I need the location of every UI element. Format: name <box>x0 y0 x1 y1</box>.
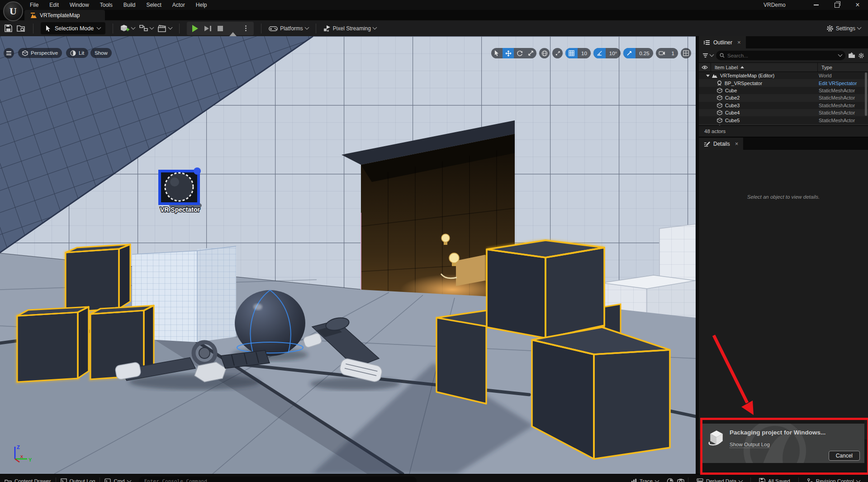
viewport-3d[interactable]: VR Spectator Z Y X Perspective <box>0 36 696 474</box>
cancel-button[interactable]: Cancel <box>829 451 860 461</box>
close-icon[interactable]: × <box>737 39 741 46</box>
vr-spectator-actor[interactable]: VR Spectator <box>160 167 202 213</box>
outliner-search-input[interactable]: Search... <box>716 51 845 60</box>
hamburger-icon <box>6 50 11 56</box>
row-type: World <box>819 73 861 78</box>
platforms-dropdown[interactable]: Platforms <box>269 25 308 32</box>
show-dropdown[interactable]: Show <box>90 48 112 58</box>
insights-button[interactable] <box>667 478 674 482</box>
menu-edit[interactable]: Edit <box>44 0 64 10</box>
outliner-row-cube5[interactable]: Cube5 StaticMeshActor <box>699 116 868 124</box>
type-column-header[interactable]: Type <box>817 63 832 72</box>
outliner-row-cube4[interactable]: Cube4 StaticMeshActor <box>699 109 868 116</box>
outliner-row-cube6-partial[interactable]: Cube6 StaticMeshActor <box>699 124 868 125</box>
move-tool-button[interactable] <box>503 48 514 58</box>
cinematics-dropdown[interactable] <box>158 25 172 32</box>
maximize-viewport-button[interactable] <box>681 48 691 58</box>
revision-control-dropdown[interactable]: Revision Control <box>802 478 864 482</box>
static-mesh-icon <box>717 110 722 115</box>
scale-snap-control[interactable]: 0.25 <box>623 48 653 58</box>
expand-caret-icon[interactable] <box>706 75 710 77</box>
content-drawer-button[interactable]: Content Drawer <box>0 478 56 482</box>
outliner-row-vrtemplatemap[interactable]: VRTemplateMap (Editor) World <box>699 72 868 79</box>
stop-button[interactable] <box>214 22 227 35</box>
trace-icon <box>631 478 637 482</box>
output-log-button[interactable]: Output Log <box>56 478 100 482</box>
rotate-tool-button[interactable] <box>514 48 525 58</box>
console-command-input[interactable]: Enter Console Command <box>139 477 417 482</box>
close-icon[interactable]: × <box>735 140 739 147</box>
sort-ascending-icon <box>740 66 744 68</box>
status-bar: Content Drawer Output Log Cmd Enter Cons… <box>0 474 868 482</box>
chevron-down-icon <box>372 25 377 30</box>
menu-build[interactable]: Build <box>118 0 141 10</box>
scale-tool-button[interactable] <box>525 48 536 58</box>
skip-icon <box>204 26 209 31</box>
angle-snap-value: 10° <box>606 51 621 56</box>
actor-count: 48 actors <box>704 129 726 134</box>
blueprints-dropdown[interactable] <box>139 25 153 32</box>
show-output-log-link[interactable]: Show Output Log <box>730 442 770 448</box>
screenshot-button[interactable] <box>677 478 684 482</box>
menu-actor[interactable]: Actor <box>167 0 190 10</box>
menu-tools[interactable]: Tools <box>95 0 118 10</box>
lit-dropdown[interactable]: Lit <box>66 48 88 58</box>
toolbar-divider <box>113 24 113 33</box>
viewport-options-button[interactable] <box>4 48 14 58</box>
all-saved-indicator[interactable]: All Saved <box>754 478 795 482</box>
tab-outliner[interactable]: Outliner × <box>699 36 746 48</box>
maximize-button[interactable] <box>826 0 847 10</box>
play-options-button[interactable] <box>239 22 252 35</box>
pixel-streaming-dropdown[interactable]: Pixel Streaming <box>323 25 376 32</box>
right-dock-panel: Outliner × Search... <box>699 36 868 474</box>
details-empty-message: Select an object to view details. <box>747 194 820 200</box>
eject-button[interactable] <box>227 22 239 35</box>
content-browser-button[interactable] <box>17 24 26 32</box>
outliner-settings-button[interactable] <box>858 52 864 59</box>
row-label: Cube5 <box>725 118 740 123</box>
row-type-link[interactable]: Edit VRSpectator <box>819 81 861 86</box>
cmd-dropdown[interactable]: Cmd <box>100 478 135 482</box>
outliner-filter-button[interactable] <box>702 53 713 58</box>
close-button[interactable]: × <box>847 0 868 10</box>
outliner-row-bp-vrspectator[interactable]: BP_VRSpectator Edit VRSpectator <box>699 79 868 86</box>
trace-dropdown[interactable]: Trace <box>626 478 663 482</box>
save-button[interactable] <box>5 24 12 32</box>
item-label-column-header[interactable]: Item Label <box>711 65 744 70</box>
derived-data-dropdown[interactable]: Derived Data <box>692 478 747 482</box>
toolbar-divider <box>316 24 316 33</box>
folder-search-icon <box>17 24 26 32</box>
menu-file[interactable]: File <box>24 0 44 10</box>
camera-speed-control[interactable]: 1 <box>656 48 678 58</box>
selection-mode-dropdown[interactable]: Selection Mode <box>41 22 105 34</box>
outliner-row-cube[interactable]: Cube StaticMeshActor <box>699 87 868 94</box>
row-type: StaticMeshActor <box>819 125 861 125</box>
settings-dropdown[interactable]: Settings <box>826 25 861 32</box>
visibility-column-header[interactable] <box>699 63 711 72</box>
surface-snapping-button[interactable] <box>552 48 563 58</box>
menu-help[interactable]: Help <box>190 0 213 10</box>
outliner-scrollbar[interactable] <box>865 72 867 116</box>
outliner-row-cube3[interactable]: Cube3 StaticMeshActor <box>699 102 868 109</box>
outliner-row-cube2[interactable]: Cube2 StaticMeshActor <box>699 94 868 101</box>
menu-select[interactable]: Select <box>141 0 166 10</box>
add-actor-dropdown[interactable] <box>120 24 135 33</box>
play-button[interactable] <box>189 22 201 35</box>
static-mesh-icon <box>717 88 722 93</box>
tab-details[interactable]: Details × <box>699 138 743 150</box>
rotation-snap-control[interactable]: 10° <box>593 48 621 58</box>
perspective-dropdown[interactable]: Perspective <box>18 48 62 58</box>
grid-snap-control[interactable]: 10 <box>565 48 591 58</box>
scale-icon <box>528 50 534 56</box>
menu-window[interactable]: Window <box>64 0 95 10</box>
select-tool-button[interactable] <box>491 48 503 58</box>
minimize-button[interactable] <box>806 0 826 10</box>
gear-icon <box>826 25 834 32</box>
toolbar-divider <box>261 24 261 33</box>
transform-tools <box>491 48 536 58</box>
add-folder-button[interactable] <box>848 52 855 58</box>
lit-sphere-icon <box>70 50 76 56</box>
frame-skip-button[interactable] <box>201 22 214 35</box>
world-local-toggle[interactable] <box>539 48 550 58</box>
tab-vrtemplatemap[interactable]: VRTemplateMap <box>24 10 105 20</box>
